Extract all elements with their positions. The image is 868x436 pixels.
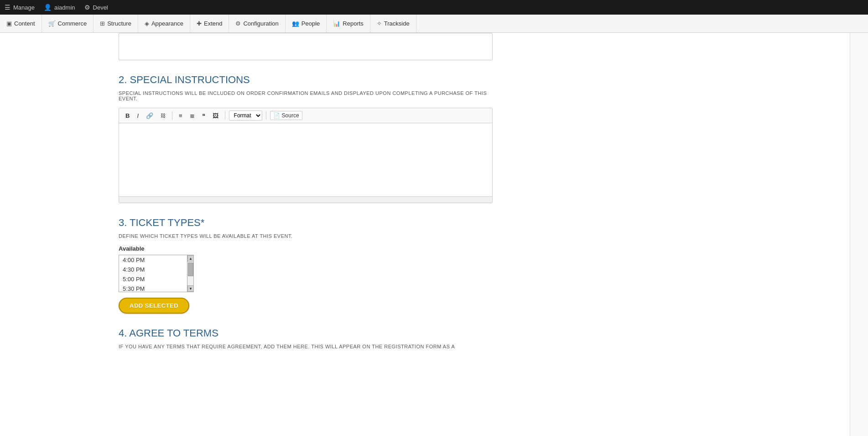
numbered-list-button[interactable]: ≣ [187,111,198,121]
ticket-types-heading: 3. TICKET TYPES* [119,217,493,229]
nav-people[interactable]: 👥 People [286,15,327,32]
user-icon: 👤 [44,4,52,11]
ticket-types-description: DEFINE WHICH TICKET TYPES WILL BE AVAILA… [119,233,493,239]
nav-appearance-label: Appearance [151,20,183,27]
agree-to-terms-number: 4. [119,327,129,339]
previous-section-bottom [119,33,493,60]
format-select[interactable]: Format [229,110,262,121]
content-icon: ▣ [6,20,12,27]
nav-content[interactable]: ▣ Content [0,15,42,32]
nav-structure-label: Structure [107,20,131,27]
ticket-item-3[interactable]: 5:00 PM [119,274,187,284]
ticket-types-section: 3. TICKET TYPES* DEFINE WHICH TICKET TYP… [119,217,493,314]
manage-icon: ☰ [5,4,10,11]
available-label: Available [119,245,493,252]
nav-content-label: Content [14,20,35,27]
add-selected-button[interactable]: ADD SELECTED [119,298,189,314]
source-button[interactable]: 📄 Source [270,111,302,120]
ticket-item-1[interactable]: 4:00 PM [119,255,187,265]
editor-toolbar: B I 🔗 ⛓ ≡ ≣ ❝ 🖼 Format 📄 Source [119,108,492,123]
ticket-types-title: TICKET TYPES* [130,217,204,228]
agree-to-terms-section: 4. AGREE TO TERMS IF YOU HAVE ANY TERMS … [119,327,493,349]
agree-to-terms-description: IF YOU HAVE ANY TERMS THAT REQUIRE AGREE… [119,344,493,349]
nav-structure[interactable]: ⊞ Structure [94,15,138,32]
devel-label: Devel [93,4,108,11]
nav-extend-label: Extend [204,20,222,27]
bullet-list-button[interactable]: ≡ [176,111,185,121]
nav-commerce[interactable]: 🛒 Commerce [42,15,94,32]
admin-bar-aiadmin[interactable]: 👤 aiadmin [44,4,75,11]
nav-reports[interactable]: 📊 Reports [327,15,370,32]
ticket-list[interactable]: 4:00 PM 4:30 PM 5:00 PM 5:30 PM [119,255,187,292]
scrollbar[interactable]: ▲ ▼ [187,255,193,292]
scroll-track [187,262,193,285]
gear-icon: ⚙ [84,4,90,11]
extend-icon: ✚ [197,20,202,27]
nav-configuration-label: Configuration [243,20,278,27]
aiadmin-label: aiadmin [54,4,75,11]
agree-to-terms-heading: 4. AGREE TO TERMS [119,327,493,339]
unlink-button[interactable]: ⛓ [158,111,168,120]
appearance-icon: ◈ [145,20,149,27]
nav-bar: ▣ Content 🛒 Commerce ⊞ Structure ◈ Appea… [0,15,868,33]
image-button[interactable]: 🖼 [210,111,221,121]
scroll-thumb[interactable] [188,263,193,276]
source-icon: 📄 [273,112,280,119]
ticket-list-wrapper: 4:00 PM 4:30 PM 5:00 PM 5:30 PM ▲ ▼ [119,255,194,292]
main-content: 2. SPECIAL INSTRUCTIONS SPECIAL INSTRUCT… [0,33,502,368]
toolbar-separator-1 [172,111,172,120]
toolbar-separator-2 [225,111,225,120]
trackside-icon: ✧ [377,20,382,27]
special-instructions-heading: 2. SPECIAL INSTRUCTIONS [119,74,493,86]
special-instructions-description: SPECIAL INSTRUCTIONS WILL BE INCLUDED ON… [119,90,493,101]
structure-icon: ⊞ [100,20,105,27]
italic-button[interactable]: I [134,111,141,121]
special-instructions-number: 2. [119,74,130,85]
nav-commerce-label: Commerce [58,20,87,27]
bold-button[interactable]: B [123,111,132,121]
reports-icon: 📊 [333,20,340,27]
manage-label: Manage [13,4,35,11]
nav-trackside-label: Trackside [384,20,410,27]
link-button[interactable]: 🔗 [143,111,156,121]
ticket-item-2[interactable]: 4:30 PM [119,265,187,274]
editor-footer [119,196,492,203]
ticket-item-4[interactable]: 5:30 PM [119,284,187,292]
agree-to-terms-title: AGREE TO TERMS [129,327,218,339]
editor-body[interactable] [119,123,492,196]
sidebar-right [850,33,868,368]
configuration-icon: ⚙ [235,20,241,27]
special-instructions-editor: B I 🔗 ⛓ ≡ ≣ ❝ 🖼 Format 📄 Source [119,108,493,203]
blockquote-button[interactable]: ❝ [199,111,208,121]
scroll-up-button[interactable]: ▲ [187,255,194,262]
nav-extend[interactable]: ✚ Extend [190,15,229,32]
admin-bar-devel[interactable]: ⚙ Devel [84,4,108,11]
toolbar-separator-3 [266,111,266,120]
scroll-down-button[interactable]: ▼ [187,285,194,292]
ticket-types-number: 3. [119,217,130,228]
people-icon: 👥 [292,20,299,27]
special-instructions-section: 2. SPECIAL INSTRUCTIONS SPECIAL INSTRUCT… [119,74,493,203]
ticket-list-content: 4:00 PM 4:30 PM 5:00 PM 5:30 PM [119,255,187,292]
nav-appearance[interactable]: ◈ Appearance [138,15,190,32]
nav-reports-label: Reports [343,20,364,27]
special-instructions-title: SPECIAL INSTRUCTIONS [130,74,249,85]
admin-bar: ☰ Manage 👤 aiadmin ⚙ Devel [0,0,868,15]
nav-trackside[interactable]: ✧ Trackside [370,15,416,32]
nav-configuration[interactable]: ⚙ Configuration [229,15,285,32]
commerce-icon: 🛒 [48,20,56,27]
nav-people-label: People [301,20,320,27]
admin-bar-manage[interactable]: ☰ Manage [5,4,35,11]
